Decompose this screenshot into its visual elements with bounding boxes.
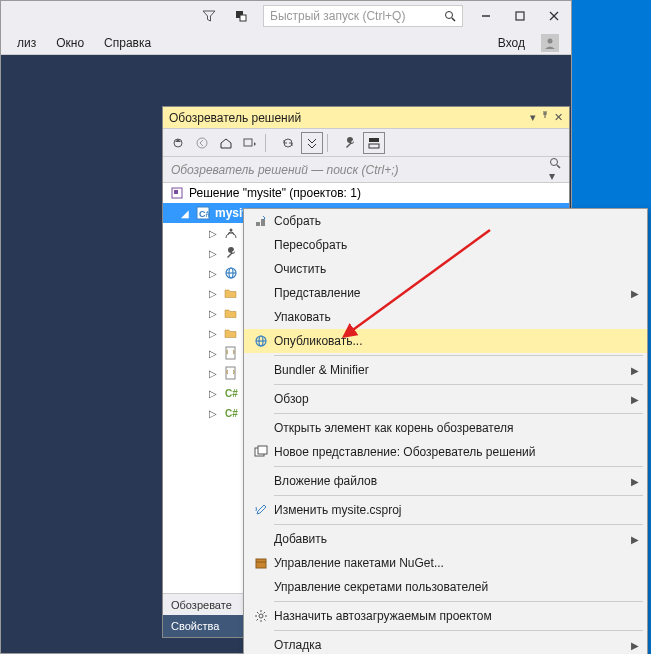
context-menu-item[interactable]: Открыть элемент как корень обозревателя <box>244 416 647 440</box>
context-menu-item[interactable]: Пересобрать <box>244 233 647 257</box>
context-menu-item[interactable]: Новое представление: Обозреватель решени… <box>244 440 647 464</box>
wrench-icon <box>223 245 239 261</box>
filter-icon[interactable] <box>197 4 221 28</box>
context-menu-item[interactable]: Опубликовать... <box>244 329 647 353</box>
menu-separator <box>274 466 643 467</box>
context-menu-item[interactable]: Добавить▶ <box>244 527 647 551</box>
solution-node[interactable]: Решение "mysite" (проектов: 1) <box>163 183 569 203</box>
expand-icon[interactable]: ▷ <box>207 368 219 379</box>
svg-text:C#: C# <box>225 388 238 399</box>
menu-separator <box>274 384 643 385</box>
globe-icon <box>223 265 239 281</box>
context-menu-item[interactable]: Очистить <box>244 257 647 281</box>
login-link[interactable]: Вход <box>488 32 535 54</box>
folder-icon <box>223 285 239 301</box>
menu-item[interactable]: Справка <box>94 32 161 54</box>
context-menu: СобратьПересобратьОчиститьПредставление▶… <box>243 208 648 654</box>
svg-text:C#: C# <box>225 408 238 419</box>
expand-icon[interactable]: ▷ <box>207 308 219 319</box>
svg-point-10 <box>197 138 207 148</box>
edit-icon <box>248 503 274 517</box>
expand-icon[interactable]: ▷ <box>207 388 219 399</box>
minimize-button[interactable] <box>469 3 503 29</box>
context-menu-item[interactable]: Назначить автозагружаемым проектом <box>244 604 647 628</box>
gear-icon <box>248 609 274 623</box>
svg-line-3 <box>452 18 455 21</box>
collapse-icon[interactable]: ◢ <box>179 208 191 219</box>
context-menu-label: Изменить mysite.csproj <box>274 503 401 517</box>
submenu-arrow-icon: ▶ <box>631 476 639 487</box>
context-menu-item[interactable]: Собрать <box>244 209 647 233</box>
context-menu-item[interactable]: Обзор▶ <box>244 387 647 411</box>
context-menu-label: Опубликовать... <box>274 334 362 348</box>
context-menu-item[interactable]: Bundler & Minifier▶ <box>244 358 647 382</box>
titlebar: Быстрый запуск (Ctrl+Q) <box>1 1 571 31</box>
submenu-arrow-icon: ▶ <box>631 640 639 651</box>
menu-item[interactable]: Окно <box>46 32 94 54</box>
menu-separator <box>274 355 643 356</box>
menu-separator <box>274 524 643 525</box>
toolbar-home-icon[interactable] <box>167 132 189 154</box>
maximize-button[interactable] <box>503 3 537 29</box>
svg-rect-11 <box>244 139 252 146</box>
toolbar-props-dropdown-icon[interactable] <box>239 132 261 154</box>
svg-point-20 <box>230 229 233 232</box>
submenu-arrow-icon: ▶ <box>631 394 639 405</box>
toolbar-house-icon[interactable] <box>215 132 237 154</box>
expand-icon[interactable]: ▷ <box>207 288 219 299</box>
pin-icon[interactable] <box>540 111 550 124</box>
toolbar-view-icon[interactable] <box>363 132 385 154</box>
quick-launch-placeholder: Быстрый запуск (Ctrl+Q) <box>270 9 405 23</box>
svg-point-2 <box>446 12 453 19</box>
expand-icon[interactable]: ▷ <box>207 348 219 359</box>
svg-rect-34 <box>258 446 267 454</box>
context-menu-item[interactable]: Управление секретами пользователей <box>244 575 647 599</box>
context-menu-label: Очистить <box>274 262 326 276</box>
expand-icon[interactable]: ▷ <box>207 268 219 279</box>
cs-icon: C# <box>223 405 239 421</box>
search-icon: ▾ <box>549 157 561 183</box>
dropdown-icon[interactable]: ▾ <box>530 111 536 124</box>
quick-launch-input[interactable]: Быстрый запуск (Ctrl+Q) <box>263 5 463 27</box>
close-icon[interactable]: ✕ <box>554 111 563 124</box>
expand-icon[interactable]: ▷ <box>207 228 219 239</box>
context-menu-label: Вложение файлов <box>274 474 377 488</box>
menubar: лиз Окно Справка Вход <box>1 31 571 55</box>
submenu-arrow-icon: ▶ <box>631 288 639 299</box>
context-menu-label: Управление секретами пользователей <box>274 580 488 594</box>
solution-explorer-toolbar <box>163 129 569 157</box>
expand-icon[interactable]: ▷ <box>207 328 219 339</box>
context-menu-label: Отладка <box>274 638 321 652</box>
context-menu-item[interactable]: Вложение файлов▶ <box>244 469 647 493</box>
context-menu-item[interactable]: Представление▶ <box>244 281 647 305</box>
json-icon <box>223 345 239 361</box>
svg-rect-17 <box>174 190 178 194</box>
svg-rect-12 <box>369 138 379 142</box>
submenu-arrow-icon: ▶ <box>631 534 639 545</box>
expand-icon[interactable]: ▷ <box>207 248 219 259</box>
context-menu-item[interactable]: Отладка▶ <box>244 633 647 654</box>
solution-explorer-search[interactable]: Обозреватель решений — поиск (Ctrl+;) ▾ <box>163 157 569 183</box>
menu-item[interactable]: лиз <box>7 32 46 54</box>
context-menu-item[interactable]: Изменить mysite.csproj <box>244 498 647 522</box>
menu-separator <box>274 495 643 496</box>
expand-icon[interactable]: ▷ <box>207 408 219 419</box>
notify-icon[interactable] <box>229 4 253 28</box>
context-menu-item[interactable]: Управление пакетами NuGet... <box>244 551 647 575</box>
close-button[interactable] <box>537 3 571 29</box>
toolbar-back-icon[interactable] <box>191 132 213 154</box>
cs-icon: C# <box>223 385 239 401</box>
toolbar-sync-icon[interactable] <box>277 132 299 154</box>
solution-explorer-title: Обозреватель решений ▾ ✕ <box>163 107 569 129</box>
svg-rect-28 <box>256 222 260 226</box>
toolbar-collapse-icon[interactable] <box>301 132 323 154</box>
avatar-icon[interactable] <box>541 34 559 52</box>
nuget-icon <box>248 556 274 570</box>
svg-point-8 <box>548 38 553 43</box>
context-menu-label: Добавить <box>274 532 327 546</box>
svg-rect-13 <box>369 144 379 148</box>
toolbar-wrench-icon[interactable] <box>339 132 361 154</box>
context-menu-item[interactable]: Упаковать <box>244 305 647 329</box>
svg-line-15 <box>557 165 560 168</box>
context-menu-label: Представление <box>274 286 361 300</box>
